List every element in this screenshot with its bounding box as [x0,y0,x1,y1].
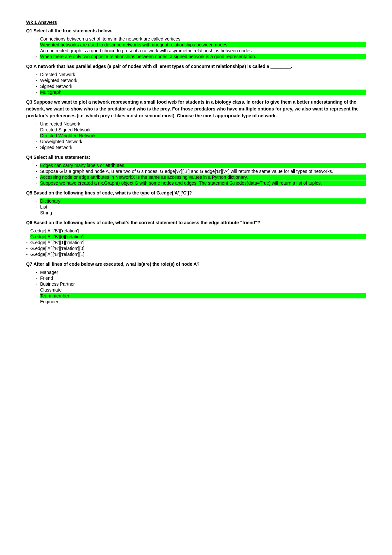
q6-label: Q6 [26,220,32,225]
q3-option-1: Undirected Network [40,121,366,126]
dash-icon: - [36,169,38,174]
q2-option-4: Multigraph [40,90,366,95]
list-item: - Multigraph [36,90,366,95]
q4-option-4: Suppose we have created a nx.Graph() obj… [40,180,366,186]
q7-text: After all lines of code below are execut… [34,261,200,267]
dash-icon: - [26,252,28,257]
dash-icon: - [36,121,38,126]
q1-option-4: When there are only two opposite relatio… [40,54,366,59]
dash-icon: - [36,90,38,95]
list-item: - Weighted Network [36,78,366,83]
q4-option-1: Edges can carry many labels or attribute… [40,163,366,168]
list-item: - Connections between a set of items in … [36,36,366,42]
dash-icon: - [36,175,38,180]
q5-text: Based on the following lines of code, wh… [34,190,192,195]
q6-text: Based on the following lines of code, wh… [34,220,260,225]
q4-label: Q4 [26,155,32,160]
list-item: - When there are only two opposite relat… [36,54,366,59]
q1-option-2: Weighted networks are used to describe n… [40,42,366,47]
list-item: - An undirected graph is a good choice t… [36,48,366,53]
q3-text: Suppose we want to plot a network repres… [26,99,359,118]
question-2: Q2 A network that has parallel edges (a … [26,63,366,95]
list-item: - List [36,204,366,210]
q2-option-2: Weighted Network [40,78,366,83]
question-7: Q7 After all lines of code below are exe… [26,261,366,304]
q2-label: Q2 [26,64,32,69]
list-item: - Directed Signed Network [36,127,366,132]
list-item: - Classmate [36,287,366,293]
dash-icon: - [36,198,38,204]
list-item: - G.edge['A']['B']['relation'][0] [26,246,366,251]
dash-icon: - [36,281,38,287]
dash-icon: - [36,139,38,144]
dash-icon: - [36,42,38,47]
list-item: - Suppose G is a graph and node A, B are… [36,169,366,174]
q4-text: Select all true statements: [34,155,90,160]
q1-option-1: Connections between a set of items in th… [40,36,366,42]
dash-icon: - [36,163,38,168]
list-item: - Business Partner [36,281,366,287]
list-item: - Signed Network [36,145,366,150]
q2-option-1: Directed Network [40,72,366,77]
dash-icon: - [36,72,38,77]
list-item: - Suppose we have created a nx.Graph() o… [36,180,366,186]
q1-text: Select all the true statements below. [34,28,112,33]
question-4: Q4 Select all true statements: - Edges c… [26,154,366,186]
question-1: Q1 Select all the true statements below.… [26,27,366,59]
dash-icon: - [36,78,38,83]
q7-option-2: Friend [40,276,366,281]
dash-icon: - [36,287,38,293]
q7-option-1: Manager [40,270,366,275]
q1-label: Q1 [26,28,32,33]
q1-options: - Connections between a set of items in … [36,36,366,59]
q5-option-3: String [40,210,366,215]
list-item: - Unweighted Network [36,139,366,144]
list-item: - Accessing node or edge attributes in N… [36,175,366,180]
question-5: Q5 Based on the following lines of code,… [26,190,366,215]
dash-icon: - [26,240,28,245]
list-item: - Directed Weighted Network [36,133,366,138]
q7-label: Q7 [26,261,32,267]
dash-icon: - [36,133,38,138]
dash-icon: - [36,180,38,186]
q3-option-5: Signed Network [40,145,366,150]
q7-option-6: Engineer [40,299,366,304]
list-item: - Friend [36,276,366,281]
question-6: Q6 Based on the following lines of code,… [26,219,366,257]
q1-option-3: An undirected graph is a good choice to … [40,48,366,53]
list-item: - G.edge['A']['B']['relation'][1] [26,252,366,257]
q6-option-2: G.edge['A']['B'][0]['relation'] [30,234,366,239]
q5-option-1: Dictionary [40,198,366,204]
q6-option-5: G.edge['A']['B']['relation'][1] [30,252,366,257]
q7-option-3: Business Partner [40,281,366,287]
dash-icon: - [26,234,28,239]
q6-options: - G.edge['A']['B']['relation'] - G.edge[… [26,228,366,257]
dash-icon: - [36,84,38,89]
q7-option-5: Team member [40,293,366,298]
q4-option-3: Accessing node or edge attributes in Net… [40,175,366,180]
list-item: - G.edge['A']['B']['relation'] [26,228,366,233]
q2-text: A network that has parallel edges (a pai… [34,64,292,69]
q3-option-3: Directed Weighted Network [40,133,366,138]
list-item: - Manager [36,270,366,275]
list-item: - Weighted networks are used to describe… [36,42,366,47]
list-item: - G.edge['A']['B'][0]['relation'] [26,234,366,239]
dash-icon: - [36,210,38,215]
dash-icon: - [36,293,38,298]
dash-icon: - [26,246,28,251]
q3-option-4: Unweighted Network [40,139,366,144]
dash-icon: - [36,276,38,281]
q6-option-1: G.edge['A']['B']['relation'] [30,228,366,233]
dash-icon: - [36,145,38,150]
list-item: - Directed Network [36,72,366,77]
list-item: - Team member [36,293,366,298]
q5-option-2: List [40,204,366,210]
question-3: Q3 Suppose we want to plot a network rep… [26,99,366,150]
dash-icon: - [36,36,38,42]
list-item: - String [36,210,366,215]
page-title: Wk 1 Answers [26,20,366,25]
q7-option-4: Classmate [40,287,366,293]
dash-icon: - [36,270,38,275]
q6-option-4: G.edge['A']['B']['relation'][0] [30,246,366,251]
list-item: - Dictionary [36,198,366,204]
